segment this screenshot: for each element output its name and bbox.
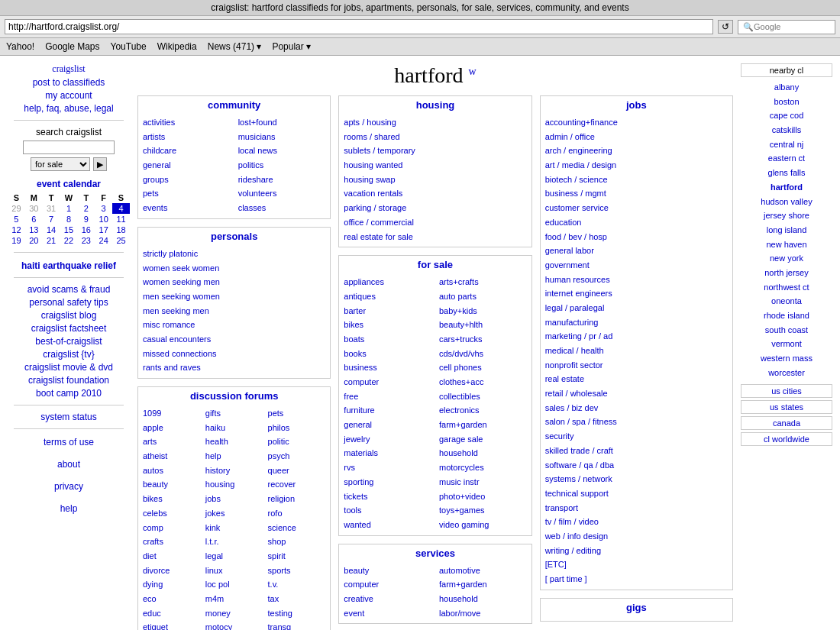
nearby-albany[interactable]: albany	[741, 80, 832, 95]
job-business[interactable]: business / mgmt	[545, 186, 728, 201]
sale-household[interactable]: household	[439, 446, 527, 460]
bookmark-yahoo[interactable]: Yahoo!	[6, 41, 34, 52]
sale-rvs[interactable]: rvs	[344, 460, 431, 475]
sale-furniture[interactable]: furniture	[344, 403, 431, 418]
help-faq[interactable]: help, faq, abuse, legal	[8, 103, 130, 114]
cal-day[interactable]: 6	[25, 214, 43, 225]
personals-women-seeking-men[interactable]: women seeking men	[143, 275, 325, 289]
sale-bikes[interactable]: bikes	[344, 318, 431, 332]
disc-housing[interactable]: housing	[205, 477, 263, 492]
haiti-link[interactable]: haiti earthquake relief	[8, 260, 130, 271]
sale-toys-games[interactable]: toys+games	[439, 503, 527, 518]
disc-history[interactable]: history	[205, 464, 263, 478]
sale-wanted[interactable]: wanted	[344, 518, 431, 532]
svc-event[interactable]: event	[344, 606, 431, 621]
nearby-catskills[interactable]: catskills	[741, 123, 832, 137]
cal-day[interactable]: 7	[43, 214, 60, 225]
region-us-cities[interactable]: us cities	[741, 384, 832, 398]
nearby-glensfalls[interactable]: glens falls	[741, 166, 832, 180]
job-arch[interactable]: arch / engineering	[545, 144, 728, 158]
personals-casual-encounters[interactable]: casual encounters	[143, 332, 325, 347]
search-go-button[interactable]: ▶	[93, 157, 107, 171]
sale-computer[interactable]: computer	[344, 375, 431, 389]
best-of-cl[interactable]: best-of-craigslist	[8, 336, 130, 347]
disc-jobs[interactable]: jobs	[205, 492, 263, 506]
disc-crafts[interactable]: crafts	[143, 535, 201, 549]
sale-books[interactable]: books	[344, 347, 431, 361]
job-manufacturing[interactable]: manufacturing	[545, 315, 728, 330]
privacy-link[interactable]: privacy	[8, 481, 130, 492]
bookmark-popular[interactable]: Popular ▾	[272, 41, 311, 52]
job-admin[interactable]: admin / office	[545, 130, 728, 144]
sale-clothes[interactable]: clothes+acc	[439, 375, 527, 389]
housing-swap[interactable]: housing swap	[344, 173, 526, 187]
sale-music-instr[interactable]: music instr	[439, 475, 527, 489]
job-systems[interactable]: systems / network	[545, 472, 728, 486]
job-marketing[interactable]: marketing / pr / ad	[545, 329, 728, 344]
nearby-rhodeisland[interactable]: rhode island	[741, 309, 832, 323]
job-transport[interactable]: transport	[545, 501, 728, 515]
nearby-westernmass[interactable]: western mass	[741, 351, 832, 366]
housing-realestate[interactable]: real estate for sale	[344, 230, 526, 244]
cal-day[interactable]: 17	[95, 225, 112, 235]
nearby-longisland[interactable]: long island	[741, 223, 832, 237]
housing-vacation[interactable]: vacation rentals	[344, 186, 526, 201]
disc-diet[interactable]: diet	[143, 549, 201, 564]
nearby-northwestct[interactable]: northwest ct	[741, 280, 832, 295]
job-security[interactable]: security	[545, 429, 728, 444]
disc-gifts[interactable]: gifts	[205, 406, 263, 421]
sale-tools[interactable]: tools	[344, 503, 431, 518]
personals-misc-romance[interactable]: misc romance	[143, 318, 325, 332]
community-volunteers[interactable]: volunteers	[238, 186, 326, 201]
sale-tickets[interactable]: tickets	[344, 489, 431, 504]
cal-day[interactable]: 13	[25, 225, 43, 235]
personal-safety[interactable]: personal safety tips	[8, 297, 130, 308]
cal-day[interactable]: 20	[25, 235, 43, 246]
nearby-capecod[interactable]: cape cod	[741, 108, 832, 123]
sale-collectibles[interactable]: collectibles	[439, 389, 527, 404]
bookmark-googlemaps[interactable]: Google Maps	[45, 41, 99, 52]
cal-day[interactable]: 8	[60, 214, 78, 225]
job-web[interactable]: web / info design	[545, 529, 728, 544]
nearby-hudsonvalley[interactable]: hudson valley	[741, 195, 832, 209]
sale-photo-video[interactable]: photo+video	[439, 489, 527, 504]
disc-queer[interactable]: queer	[268, 464, 326, 478]
job-legal[interactable]: legal / paralegal	[545, 301, 728, 315]
disc-help[interactable]: help	[205, 449, 263, 464]
disc-transg[interactable]: transg	[268, 620, 326, 630]
sale-cars-trucks[interactable]: cars+trucks	[439, 332, 527, 347]
community-pets[interactable]: pets	[143, 186, 231, 201]
personals-men-seeking-men[interactable]: men seeking men	[143, 304, 325, 318]
sale-beauty-hlth[interactable]: beauty+hlth	[439, 318, 527, 332]
personals-strictly-platonic[interactable]: strictly platonic	[143, 247, 325, 261]
cal-day[interactable]: 31	[43, 203, 60, 214]
bookmark-news[interactable]: News (471) ▾	[208, 41, 262, 52]
community-activities[interactable]: activities	[143, 115, 231, 130]
disc-sports[interactable]: sports	[268, 564, 326, 578]
community-politics[interactable]: politics	[238, 158, 326, 173]
job-general-labor[interactable]: general labor	[545, 244, 728, 258]
disc-health[interactable]: health	[205, 435, 263, 449]
cl-factsheet[interactable]: craigslist factsheet	[8, 323, 130, 334]
disc-beauty[interactable]: beauty	[143, 477, 201, 492]
sale-garage-sale[interactable]: garage sale	[439, 432, 527, 447]
help-link[interactable]: help	[8, 503, 130, 514]
avoid-scams[interactable]: avoid scams & fraud	[8, 284, 130, 295]
sale-baby-kids[interactable]: baby+kids	[439, 304, 527, 318]
job-government[interactable]: government	[545, 258, 728, 273]
about-link[interactable]: about	[8, 459, 130, 470]
cal-day[interactable]: 11	[112, 214, 130, 225]
disc-philos[interactable]: philos	[268, 421, 326, 435]
job-accounting[interactable]: accounting+finance	[545, 115, 728, 130]
sale-sporting[interactable]: sporting	[344, 475, 431, 489]
disc-eco[interactable]: eco	[143, 592, 201, 606]
disc-motocy[interactable]: motocy	[205, 620, 263, 630]
nearby-worcester[interactable]: worcester	[741, 366, 832, 380]
search-category-select[interactable]: for sale jobs housing community services…	[31, 157, 90, 171]
job-realestate[interactable]: real estate	[545, 372, 728, 386]
job-software[interactable]: software / qa / dba	[545, 458, 728, 473]
job-technical[interactable]: technical support	[545, 486, 728, 501]
disc-spirit[interactable]: spirit	[268, 549, 326, 564]
disc-comp[interactable]: comp	[143, 521, 201, 535]
community-artists[interactable]: artists	[143, 130, 231, 144]
